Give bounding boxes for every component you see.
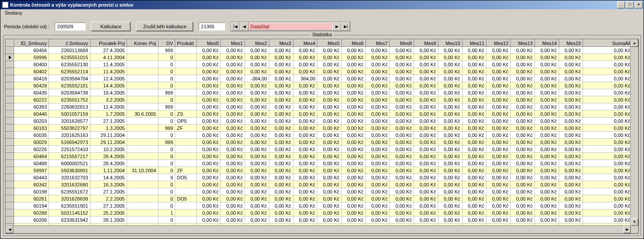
cell-m6[interactable]: 0,00 Kč (342, 202, 366, 209)
table-row[interactable]: 60443320163270314.4.20059DO50,00 Kč0,00 … (6, 174, 633, 181)
cell-m15[interactable]: 0,00 Kč (559, 61, 583, 68)
cell-m6[interactable]: 0,00 Kč (342, 47, 366, 54)
cell-m3[interactable]: 0,00 Kč (269, 188, 293, 195)
cell-m0[interactable]: 0,00 Kč (196, 54, 221, 61)
cell-prod[interactable] (175, 188, 197, 195)
cell-prod[interactable] (175, 181, 197, 188)
cell-m11[interactable]: 0,00 Kč (462, 153, 486, 160)
cell-m3[interactable]: 0,00 Kč (269, 195, 293, 202)
cell-pp[interactable]: 27.1.2005 (90, 188, 127, 195)
cell-m7[interactable]: 0,00 Kč (365, 89, 390, 96)
cell-m4[interactable]: 0,00 Kč (293, 209, 317, 216)
cell-csml[interactable]: 5503822797 (49, 125, 90, 132)
cell-m8[interactable]: 0,00 Kč (390, 54, 414, 61)
cell-m11[interactable]: 0,00 Kč (462, 209, 486, 216)
cell-m10[interactable]: 0,00 Kč (438, 181, 462, 188)
cell-m11[interactable]: 0,00 Kč (462, 68, 486, 75)
cell-m9[interactable]: 0,00 Kč (414, 54, 438, 61)
cell-kp[interactable] (127, 89, 158, 96)
cell-m4[interactable]: 0,00 Kč (293, 174, 317, 181)
cell-sum[interactable]: 0,00 Kč (583, 195, 633, 202)
column-header-m12[interactable]: Mes12 (486, 40, 511, 47)
cell-m2[interactable]: 0,00 Kč (245, 125, 269, 132)
data-grid[interactable]: ID_Smlouvyč.SmlouvyPocatek PojKonec PojD… (5, 39, 639, 234)
cell-m11[interactable]: 0,00 Kč (462, 132, 486, 139)
cell-m3[interactable]: 0,00 Kč (269, 139, 293, 146)
cell-m13[interactable]: 0,00 Kč (511, 89, 535, 96)
cell-m4[interactable]: 0,00 Kč (293, 89, 317, 96)
cell-m3[interactable]: 0,00 Kč (269, 89, 293, 96)
cell-kp[interactable] (127, 75, 158, 82)
cell-m15[interactable]: 0,00 Kč (559, 54, 583, 61)
cell-m7[interactable]: 0,00 Kč (365, 96, 390, 103)
cell-m4[interactable]: 0,00 Kč (293, 96, 317, 103)
cell-csml[interactable]: 6235552130 (49, 61, 90, 68)
table-row[interactable]: 60488600000252128.4.200500,00 Kč0,00 Kč0… (6, 160, 633, 167)
cell-m5[interactable]: 0,00 Kč (317, 103, 342, 110)
cell-prod[interactable] (175, 89, 197, 96)
cell-m13[interactable]: 0,00 Kč (511, 54, 535, 61)
cell-m9[interactable]: 0,00 Kč (414, 132, 438, 139)
cell-pp[interactable]: 28.1.2005 (90, 216, 127, 224)
cell-m0[interactable]: 0,00 Kč (196, 68, 221, 75)
cell-m10[interactable]: 0,00 Kč (438, 174, 462, 181)
cell-m1[interactable]: 0,00 Kč (221, 146, 245, 153)
column-header-m4[interactable]: Mes4 (293, 40, 317, 47)
cell-m14[interactable]: 0,00 Kč (535, 47, 559, 54)
cell-m2[interactable]: 0,00 Kč (245, 146, 269, 153)
cell-pp[interactable]: 27.1.2005 (90, 202, 127, 209)
cell-m15[interactable]: 0,00 Kč (559, 68, 583, 75)
cell-prod[interactable] (175, 146, 197, 153)
cell-m14[interactable]: 0,00 Kč (535, 61, 559, 68)
cell-m9[interactable]: 0,00 Kč (414, 209, 438, 216)
cell-m15[interactable]: 0,00 Kč (559, 167, 583, 174)
row-selector[interactable] (6, 47, 14, 54)
column-header-m6[interactable]: Mes6 (342, 40, 366, 47)
cell-m11[interactable]: 0,00 Kč (462, 125, 486, 132)
cell-m7[interactable]: 0,00 Kč (365, 188, 390, 195)
cell-m14[interactable]: 0,00 Kč (535, 202, 559, 209)
cell-m2[interactable]: 0,00 Kč (245, 209, 269, 216)
nav-prev-button[interactable]: ◀ (240, 22, 249, 31)
cell-m10[interactable]: 0,00 Kč (438, 188, 462, 195)
cell-m4[interactable]: 0,00 Kč (293, 139, 317, 146)
table-row[interactable]: 60029516694297329.11.20049990,00 Kč0,00 … (6, 139, 633, 146)
cell-m1[interactable]: 0,00 Kč (221, 174, 245, 181)
column-header-csml[interactable]: č.Smlouvy (49, 40, 90, 47)
cell-pp[interactable]: 1.11.2004 (90, 167, 127, 174)
table-row[interactable]: 60393226083281311.4.20059990,00 Kč0,00 K… (6, 103, 633, 110)
cell-m3[interactable]: 0,00 Kč (269, 167, 293, 174)
cell-id[interactable]: 60393 (14, 103, 49, 110)
cell-m12[interactable]: 0,00 Kč (486, 110, 511, 118)
cell-m1[interactable]: 0,00 Kč (221, 118, 245, 125)
cell-m0[interactable]: 0,00 Kč (196, 139, 221, 146)
cell-prod[interactable] (175, 82, 197, 89)
cell-m0[interactable]: 0,00 Kč (196, 125, 221, 132)
cell-pp[interactable]: 28.4.2005 (90, 160, 127, 167)
cell-dv[interactable]: 0 (158, 68, 175, 75)
table-row[interactable]: 60198623555167227.1.200500,00 Kč0,00 Kč0… (6, 188, 633, 195)
kalkulace-button[interactable]: Kalkulace (91, 22, 131, 31)
cell-m13[interactable]: 0,00 Kč (511, 125, 535, 132)
cell-m7[interactable]: 0,00 Kč (365, 132, 390, 139)
cell-m8[interactable]: 0,00 Kč (390, 68, 414, 75)
cell-m7[interactable]: 0,00 Kč (365, 146, 390, 153)
cell-m7[interactable]: 0,00 Kč (365, 68, 390, 75)
cell-m10[interactable]: 0,00 Kč (438, 89, 462, 96)
cell-m5[interactable]: 0,00 Kč (317, 118, 342, 125)
cell-pp[interactable]: 28.4.2005 (90, 153, 127, 160)
cell-m8[interactable]: 0,00 Kč (390, 103, 414, 110)
cell-csml[interactable]: 6000002521 (49, 160, 90, 167)
cell-m12[interactable]: 0,00 Kč (486, 209, 511, 216)
cell-id[interactable]: 60418 (14, 75, 49, 82)
cell-m8[interactable]: 0,00 Kč (390, 139, 414, 146)
cell-m11[interactable]: 0,00 Kč (462, 202, 486, 209)
cell-id[interactable]: 60035 (14, 132, 49, 139)
cell-m13[interactable]: 0,00 Kč (511, 195, 535, 202)
column-header-m2[interactable]: Mes2 (245, 40, 269, 47)
cell-m5[interactable]: 0,00 Kč (317, 153, 342, 160)
cell-kp[interactable] (127, 181, 158, 188)
column-header-id[interactable]: ID_Smlouvy (14, 40, 49, 47)
column-header-m9[interactable]: Mes9 (414, 40, 438, 47)
cell-m14[interactable]: 0,00 Kč (535, 209, 559, 216)
